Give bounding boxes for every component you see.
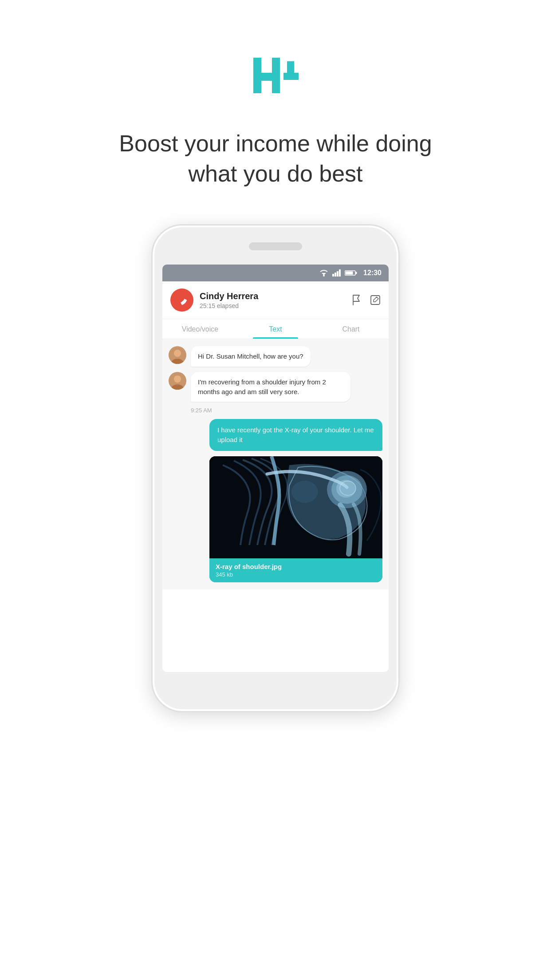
svg-point-16 (174, 350, 181, 357)
message-text-1: Hi Dr. Susan Mitchell, how are you? (198, 352, 303, 360)
message-sent-1: I have recently got the X-ray of your sh… (169, 419, 382, 451)
caller-name: Cindy Herrera (200, 291, 351, 301)
image-message: X-ray of shoulder.jpg 345 kb (209, 456, 382, 582)
tab-video-voice[interactable]: Video/voice (162, 319, 238, 339)
status-bar: 12:30 (162, 265, 389, 281)
svg-rect-14 (371, 296, 380, 304)
svg-point-6 (323, 275, 325, 277)
user-avatar-2 (169, 372, 186, 390)
tagline-text: Boost your income while doing (119, 130, 432, 156)
battery-icon (345, 270, 357, 276)
caller-avatar (170, 288, 193, 312)
phone-screen: 12:30 Cindy Herrera 25:15 elapsed (162, 265, 389, 672)
status-time: 12:30 (363, 269, 382, 277)
edit-icon[interactable] (370, 295, 381, 305)
xray-image (209, 456, 382, 558)
svg-rect-8 (335, 273, 336, 277)
status-icons (319, 269, 357, 277)
chat-area: Hi Dr. Susan Mitchell, how are you? I'm … (162, 339, 389, 589)
sent-text-1: I have recently got the X-ray of your sh… (217, 426, 374, 443)
wifi-icon (319, 269, 329, 277)
flag-icon[interactable] (351, 294, 362, 306)
call-header: Cindy Herrera 25:15 elapsed (162, 281, 389, 319)
svg-rect-2 (253, 73, 280, 81)
caller-info: Cindy Herrera 25:15 elapsed (200, 291, 351, 309)
phone-mockup: 12:30 Cindy Herrera 25:15 elapsed (151, 224, 400, 956)
svg-rect-10 (339, 269, 341, 277)
svg-rect-7 (332, 274, 334, 277)
message-received-1: Hi Dr. Susan Mitchell, how are you? (169, 346, 382, 367)
svg-rect-12 (346, 272, 353, 275)
sent-bubble-1: I have recently got the X-ray of your sh… (209, 419, 382, 451)
logo-area (249, 49, 302, 102)
message-bubble-2: I'm recovering from a shoulder injury fr… (191, 372, 350, 402)
message-text-2: I'm recovering from a shoulder injury fr… (198, 378, 326, 395)
tab-chart[interactable]: Chart (313, 319, 389, 339)
svg-point-26 (291, 481, 318, 503)
signal-icon (332, 269, 341, 277)
user-avatar-1 (169, 346, 186, 364)
image-caption: X-ray of shoulder.jpg 345 kb (209, 558, 382, 582)
call-duration: 25:15 elapsed (200, 302, 351, 309)
tabs-bar: Video/voice Text Chart (162, 319, 389, 339)
tagline-text2: what you do best (188, 161, 362, 186)
logo-icon (249, 49, 302, 102)
svg-point-19 (174, 375, 181, 383)
message-timestamp: 9:25 AM (191, 407, 382, 414)
phone-shell: 12:30 Cindy Herrera 25:15 elapsed (151, 224, 400, 712)
svg-rect-9 (337, 271, 338, 277)
tagline: Boost your income while doing what you d… (101, 129, 449, 189)
image-filesize: 345 kb (216, 571, 376, 578)
message-bubble-1: Hi Dr. Susan Mitchell, how are you? (191, 346, 311, 367)
phone-speaker (249, 242, 302, 250)
caller-avatar-inner (170, 288, 193, 312)
svg-rect-13 (356, 272, 357, 274)
tab-text[interactable]: Text (238, 319, 313, 339)
header-actions (351, 294, 381, 306)
xray-svg (209, 456, 382, 558)
phone-end-icon (176, 294, 188, 306)
svg-rect-4 (287, 61, 294, 80)
image-filename: X-ray of shoulder.jpg (216, 563, 376, 570)
message-received-2: I'm recovering from a shoulder injury fr… (169, 372, 382, 402)
